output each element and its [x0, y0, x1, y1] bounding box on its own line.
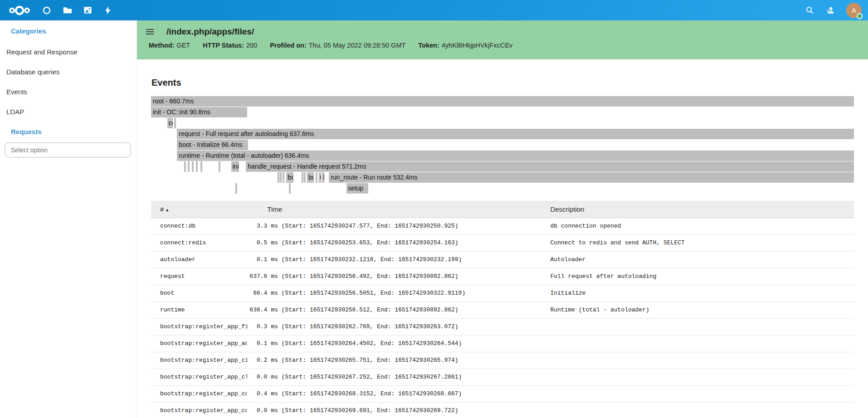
event-description-cell: Runtime (total - autoloader): [550, 301, 854, 318]
event-description-cell: db connection opened: [550, 218, 854, 234]
timeline-bar: [289, 183, 291, 194]
main-content: /index.php/apps/files/ Method:GETHTTP St…: [137, 20, 868, 418]
circle-app-icon[interactable]: [42, 5, 52, 15]
top-navigation-bar: A: [0, 0, 868, 20]
timeline-bar: bo: [307, 172, 314, 183]
categories-list: Request and ResponseDatabase queriesEven…: [0, 48, 136, 116]
timeline-bar: [304, 172, 306, 183]
timeline-bar: bo: [286, 172, 293, 183]
timeline-bar: [174, 118, 176, 128]
timeline-bar: t: [319, 172, 321, 183]
sidebar-item-request-and-response[interactable]: Request and Response: [6, 48, 136, 56]
contacts-icon[interactable]: [825, 5, 835, 15]
timeline-bar: [219, 161, 220, 172]
event-time-cell: 0.1 ms (Start: 1651742930232.1218, End: …: [247, 251, 550, 268]
user-avatar[interactable]: A: [846, 3, 862, 18]
events-heading: Events: [151, 77, 854, 88]
hamburger-menu-icon[interactable]: [146, 28, 154, 35]
event-description-cell: [550, 352, 854, 369]
table-row: bootstrap:register_app_comments0.4 ms (S…: [151, 385, 854, 402]
event-time-cell: 66.4 ms (Start: 1651742930256.5051, End:…: [247, 285, 550, 301]
timeline-bar: runtime - Runtime (total - autoloader) 6…: [177, 151, 854, 161]
activity-app-icon[interactable]: [103, 5, 113, 15]
event-description-cell: Full request after autoloading: [550, 268, 854, 285]
table-row: bootstrap:register_app_files0.3 ms (Star…: [151, 318, 854, 335]
meta-profiled-on: Profiled on:Thu, 05 May 2022 09:28:50 GM…: [270, 42, 405, 49]
timeline-bar: ini: [231, 161, 239, 172]
table-row: bootstrap:register_app_cloud_federation_…: [151, 369, 854, 385]
timeline-bar: [184, 161, 186, 172]
timeline-bar: handle_request - Handle request 571.2ms: [246, 161, 854, 172]
events-panel: Events root - 660.7msinit - OC::init 90.…: [137, 77, 868, 418]
timeline-bar: setup: [346, 183, 368, 194]
event-name-cell: connect:db: [151, 218, 247, 234]
column-header-number[interactable]: #▲: [151, 201, 247, 218]
event-description-cell: [550, 335, 854, 352]
search-icon[interactable]: [805, 5, 814, 15]
event-name-cell: bootstrap:register_app_cloud_federation_…: [151, 369, 247, 385]
meta-method: Method:GET: [149, 42, 190, 49]
online-status-icon: [857, 13, 863, 19]
event-time-cell: 0.5 ms (Start: 1651742930253.653, End: 1…: [247, 234, 550, 251]
profiler-app-window: A Categories Request and ResponseDatabas…: [0, 0, 868, 418]
table-row: bootstrap:register_app_circles0.2 ms (St…: [151, 352, 854, 369]
timeline-bar: run_route - Run route 532.4ms: [329, 172, 854, 183]
request-summary-header: /index.php/apps/files/ Method:GETHTTP St…: [137, 20, 868, 59]
column-header-description[interactable]: Description: [550, 201, 854, 218]
timeline-bar: [200, 161, 202, 172]
event-description-cell: Initialize: [550, 285, 854, 301]
avatar-initial: A: [852, 6, 856, 14]
sidebar-item-database-queries[interactable]: Database queries: [6, 68, 136, 76]
event-description-cell: [550, 402, 854, 418]
sidebar-item-events[interactable]: Events: [6, 88, 136, 96]
timeline-bar: co: [167, 118, 173, 128]
request-meta-row: Method:GETHTTP Status:200Profiled on:Thu…: [137, 37, 868, 49]
sort-ascending-icon: ▲: [165, 208, 169, 212]
event-name-cell: boot: [151, 285, 247, 301]
files-app-icon[interactable]: [62, 5, 72, 15]
timeline-bar: boot - Initialize 66.4ms: [177, 140, 248, 150]
event-description-cell: Connect to redis and send AUTH, SELECT: [550, 234, 854, 251]
timeline-bar: init - OC::init 90.8ms: [151, 107, 247, 117]
table-row: boot66.4 ms (Start: 1651742930256.5051, …: [151, 285, 854, 301]
event-description-cell: [550, 369, 854, 385]
profiler-sidebar: Categories Request and ResponseDatabase …: [0, 20, 137, 418]
timeline-bar: [316, 172, 317, 183]
event-name-cell: runtime: [151, 301, 247, 318]
events-table-header-row: #▲ Time Description: [151, 201, 854, 218]
table-row: runtime636.4 ms (Start: 1651742930256.51…: [151, 301, 854, 318]
event-name-cell: autoloader: [151, 251, 247, 268]
event-description-cell: Autoloader: [550, 251, 854, 268]
nextcloud-logo[interactable]: [6, 4, 33, 17]
timeline-bar: root - 660.7ms: [151, 96, 854, 107]
event-name-cell: connect:redis: [151, 234, 247, 251]
event-time-cell: 0.1 ms (Start: 1651742930264.4502, End: …: [247, 335, 550, 352]
table-row: bootstrap:register_app_activity0.1 ms (S…: [151, 335, 854, 352]
topbar-right-actions: A: [805, 3, 868, 18]
timeline-bar: request - Full request after autoloading…: [177, 129, 854, 139]
event-name-cell: request: [151, 268, 247, 285]
event-time-cell: 0.0 ms (Start: 1651742930267.252, End: 1…: [247, 369, 550, 385]
event-description-cell: [550, 318, 854, 335]
timeline-bar: l: [322, 172, 324, 183]
table-row: autoloader0.1 ms (Start: 1651742930232.1…: [151, 251, 854, 268]
timeline-bar: [235, 183, 237, 194]
event-time-cell: 0.2 ms (Start: 1651742930265.751, End: 1…: [247, 352, 550, 369]
event-name-cell: bootstrap:register_app_activity: [151, 335, 247, 352]
meta-token: Token:4yhKlBHkjpHVkjFxcCEv: [418, 42, 512, 49]
meta-http-status: HTTP Status:200: [203, 42, 257, 49]
event-time-cell: 0.0 ms (Start: 1651742930269.691, End: 1…: [247, 402, 550, 418]
request-select[interactable]: [5, 142, 131, 158]
table-row: request637.6 ms (Start: 1651742930256.49…: [151, 268, 854, 285]
event-description-cell: [550, 385, 854, 402]
photos-app-icon[interactable]: [83, 5, 93, 15]
event-name-cell: bootstrap:register_app_files: [151, 318, 247, 335]
request-url-title: /index.php/apps/files/: [166, 27, 254, 37]
event-time-cell: 637.6 ms (Start: 1651742930256.492, End:…: [247, 268, 550, 285]
column-header-time[interactable]: Time: [247, 201, 550, 218]
timeline-bar: [302, 172, 303, 183]
events-table-body: connect:db3.3 ms (Start: 1651742930247.5…: [151, 218, 854, 418]
event-time-cell: 636.4 ms (Start: 1651742930256.512, End:…: [247, 301, 550, 318]
event-time-cell: 0.4 ms (Start: 1651742930268.3152, End: …: [247, 385, 550, 402]
sidebar-item-ldap[interactable]: LDAP: [6, 108, 136, 116]
